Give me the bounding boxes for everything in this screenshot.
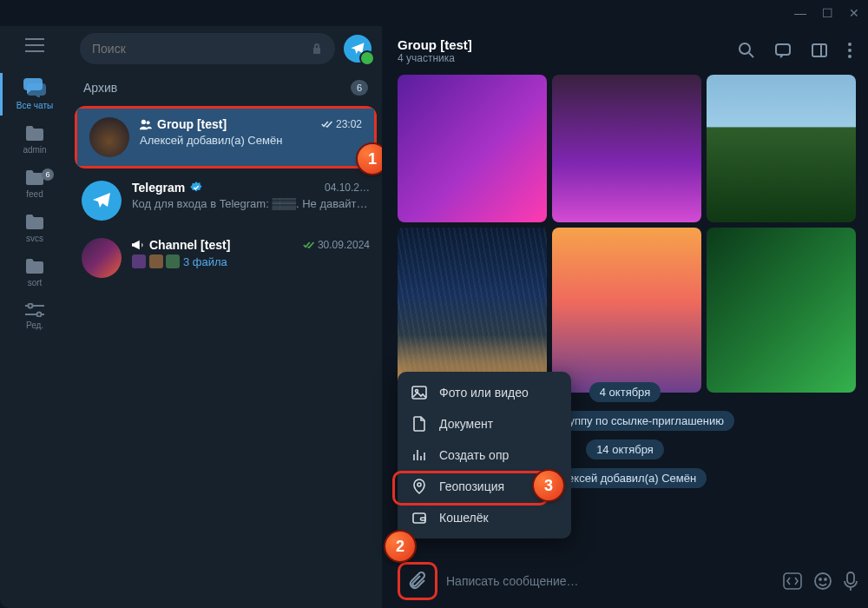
avatar <box>82 181 122 221</box>
comments-icon[interactable] <box>774 42 792 59</box>
archive-label: Архив <box>83 81 117 95</box>
annotation-callout-2 <box>398 562 437 600</box>
chat-time: 04.10.2… <box>325 182 370 194</box>
lock-icon <box>311 43 323 55</box>
media-tile[interactable] <box>707 228 856 393</box>
svg-point-2 <box>141 120 146 124</box>
rail-all-chats[interactable]: Все чаты <box>0 73 69 116</box>
chat-list: Архив 6 Group [test] <box>69 26 382 608</box>
folder-icon <box>25 259 44 274</box>
attach-poll[interactable]: Создать опр <box>398 439 571 471</box>
annotation-callout-1: Group [test] 23:02 Алексей добавил(а) Се… <box>75 106 377 169</box>
more-icon[interactable] <box>847 42 852 59</box>
rail-sort[interactable]: sort <box>0 254 69 293</box>
rail-label: Ред. <box>26 321 43 330</box>
svg-point-12 <box>819 578 821 580</box>
chats-icon <box>23 78 46 97</box>
menu-label: Кошелёк <box>439 511 489 525</box>
svg-point-8 <box>848 49 852 52</box>
menu-label: Геопозиция <box>439 479 504 493</box>
window-titlebar: — ☐ ✕ <box>0 0 868 26</box>
rail-label: feed <box>26 189 43 199</box>
media-tile[interactable] <box>398 75 547 222</box>
media-tile[interactable] <box>552 75 701 222</box>
window-minimize[interactable]: — <box>794 6 806 20</box>
archive-count: 6 <box>351 80 368 96</box>
avatar <box>89 117 129 157</box>
svg-rect-5 <box>776 44 790 55</box>
media-tile[interactable] <box>398 228 547 393</box>
attach-wallet[interactable]: Кошелёк <box>398 502 571 533</box>
date-chip: 4 октября <box>589 382 661 402</box>
verified-icon <box>190 182 202 194</box>
menu-label: Фото или видео <box>439 386 529 400</box>
svg-point-3 <box>147 121 150 124</box>
window-maximize[interactable]: ☐ <box>822 6 833 20</box>
avatar <box>82 238 122 278</box>
commands-icon[interactable] <box>781 570 804 592</box>
rail-badge: 6 <box>42 169 54 181</box>
folder-icon <box>25 126 44 142</box>
date-chip: 14 октября <box>586 439 664 459</box>
chat-item-group-test[interactable]: Group [test] 23:02 Алексей добавил(а) Се… <box>77 109 374 166</box>
rail-feed[interactable]: 6 feed <box>0 165 69 204</box>
emoji-icon[interactable] <box>812 571 833 591</box>
menu-button[interactable] <box>25 38 44 52</box>
annotation-step-2: 2 <box>385 532 415 561</box>
svg-point-0 <box>29 304 33 308</box>
annotation-step-3: 3 <box>534 471 563 500</box>
media-tile[interactable] <box>552 228 701 393</box>
menu-label: Документ <box>439 417 493 431</box>
archive-row[interactable]: Архив 6 <box>69 71 382 104</box>
voice-icon[interactable] <box>842 571 859 591</box>
chat-item-channel-test[interactable]: Channel [test] 30.09.2024 3 файла <box>69 229 382 287</box>
paperclip-icon <box>407 571 428 591</box>
search-icon[interactable] <box>738 42 755 59</box>
wallet-icon <box>411 510 427 525</box>
read-checks-icon <box>321 120 333 129</box>
location-icon <box>411 479 427 494</box>
rail-admin[interactable]: admin <box>0 121 69 160</box>
rail-label: Все чаты <box>16 101 53 110</box>
sliders-icon <box>25 303 44 317</box>
attach-menu: Фото или видео Документ Создать опр Геоп… <box>398 372 571 539</box>
chat-preview: Алексей добавил(а) Семён <box>140 134 362 147</box>
conversation-title: Group [test] <box>398 37 472 52</box>
svg-point-7 <box>848 43 852 46</box>
search-input[interactable] <box>92 42 304 56</box>
channel-icon <box>132 239 144 251</box>
attach-photo-video[interactable]: Фото или видео <box>398 377 571 408</box>
folder-rail: Все чаты admin 6 feed svcs sort Ред. <box>0 26 69 608</box>
attach-document[interactable]: Документ <box>398 408 571 439</box>
rail-label: svcs <box>26 234 43 243</box>
window-close[interactable]: ✕ <box>849 6 859 20</box>
svg-point-4 <box>740 43 750 54</box>
media-tile[interactable] <box>707 75 856 222</box>
account-avatar[interactable] <box>344 35 372 63</box>
sidepanel-icon[interactable] <box>811 42 828 59</box>
svg-rect-15 <box>412 387 426 399</box>
attach-button[interactable] <box>404 568 431 594</box>
message-input[interactable]: Написать сообщение… <box>446 574 773 588</box>
chat-time: 23:02 <box>321 118 362 130</box>
chat-item-telegram[interactable]: Telegram 04.10.2… Код для входа в Telegr… <box>69 172 382 229</box>
poll-icon <box>411 447 427 463</box>
group-icon <box>140 118 152 130</box>
svg-point-9 <box>848 55 852 58</box>
message-input-bar: Написать сообщение… <box>382 554 868 608</box>
svg-point-17 <box>418 483 421 486</box>
svg-point-13 <box>825 578 826 580</box>
conversation-header[interactable]: Group [test] 4 участника <box>382 26 868 75</box>
menu-label: Создать опр <box>439 448 509 462</box>
svg-rect-6 <box>812 44 826 56</box>
folder-icon <box>25 215 44 230</box>
search-field[interactable] <box>80 33 335 64</box>
rail-label: sort <box>28 278 43 287</box>
chat-time: 30.09.2024 <box>303 239 370 251</box>
chat-name: Channel [test] <box>132 238 230 252</box>
read-checks-icon <box>303 241 315 249</box>
svg-rect-14 <box>847 572 854 584</box>
rail-label: admin <box>23 145 46 155</box>
rail-svcs[interactable]: svcs <box>0 209 69 248</box>
rail-edit[interactable]: Ред. <box>0 298 69 335</box>
